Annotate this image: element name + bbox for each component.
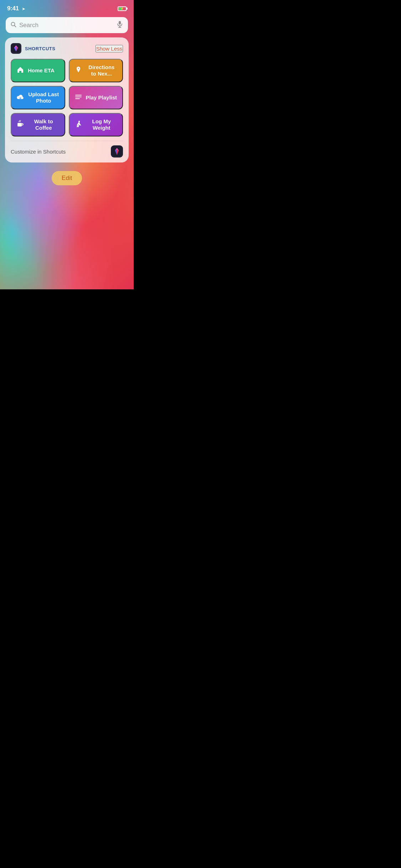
shortcut-home-eta[interactable]: Home ETA xyxy=(11,59,65,82)
status-bar-right: ⚡ xyxy=(118,6,127,11)
lightning-icon: ⚡ xyxy=(120,7,124,10)
shortcut-upload-photo[interactable]: Upload Last Photo xyxy=(11,86,65,109)
shortcut-play-playlist[interactable]: Play Playlist xyxy=(69,86,123,109)
play-playlist-label: Play Playlist xyxy=(86,94,117,101)
status-bar: 9:41 ➤ ⚡ xyxy=(0,0,134,14)
home-eta-label: Home ETA xyxy=(28,67,55,74)
log-weight-label: Log My Weight xyxy=(86,118,118,131)
shortcuts-grid: Home ETA Directions to Nex... Upload Las… xyxy=(11,59,123,136)
customize-label: Customize in Shortcuts xyxy=(11,149,66,155)
shortcuts-widget: SHORTCUTS Show Less Home ETA Directions … xyxy=(5,37,129,162)
location-pin-icon xyxy=(74,66,82,76)
shortcuts-app-icon-large[interactable] xyxy=(111,145,123,157)
search-placeholder-text: Search xyxy=(19,22,114,29)
widget-header-left: SHORTCUTS xyxy=(11,43,55,54)
widget-header: SHORTCUTS Show Less xyxy=(11,43,123,54)
shortcut-directions[interactable]: Directions to Nex... xyxy=(69,59,123,82)
customize-row: Customize in Shortcuts xyxy=(11,145,123,157)
svg-line-1 xyxy=(15,25,16,27)
battery-icon: ⚡ xyxy=(118,6,127,11)
shortcut-log-weight[interactable]: Log My Weight xyxy=(69,113,123,136)
svg-rect-2 xyxy=(119,21,121,25)
battery-container: ⚡ xyxy=(118,6,127,11)
svg-point-12 xyxy=(78,121,80,122)
microphone-icon[interactable] xyxy=(117,21,123,30)
playlist-icon xyxy=(74,93,82,103)
cloud-upload-icon xyxy=(16,93,24,103)
directions-label: Directions to Nex... xyxy=(86,64,118,77)
location-arrow-icon: ➤ xyxy=(22,6,25,11)
shortcut-walk-coffee[interactable]: Walk to Coffee xyxy=(11,113,65,136)
search-container: Search xyxy=(0,14,134,37)
coffee-cup-icon xyxy=(16,120,24,130)
widget-divider xyxy=(11,141,123,141)
upload-photo-label: Upload Last Photo xyxy=(28,91,60,104)
widget-title: SHORTCUTS xyxy=(25,46,55,51)
status-time: 9:41 xyxy=(7,5,19,12)
home-icon xyxy=(16,66,24,76)
walk-coffee-label: Walk to Coffee xyxy=(28,118,60,131)
search-icon xyxy=(11,22,16,29)
edit-button[interactable]: Edit xyxy=(52,171,82,185)
svg-rect-10 xyxy=(17,123,22,126)
status-bar-left: 9:41 ➤ xyxy=(7,5,25,12)
search-bar[interactable]: Search xyxy=(6,17,128,33)
shortcuts-app-icon-small xyxy=(11,43,21,54)
show-less-button[interactable]: Show Less xyxy=(96,45,123,52)
person-walking-icon xyxy=(74,120,82,130)
